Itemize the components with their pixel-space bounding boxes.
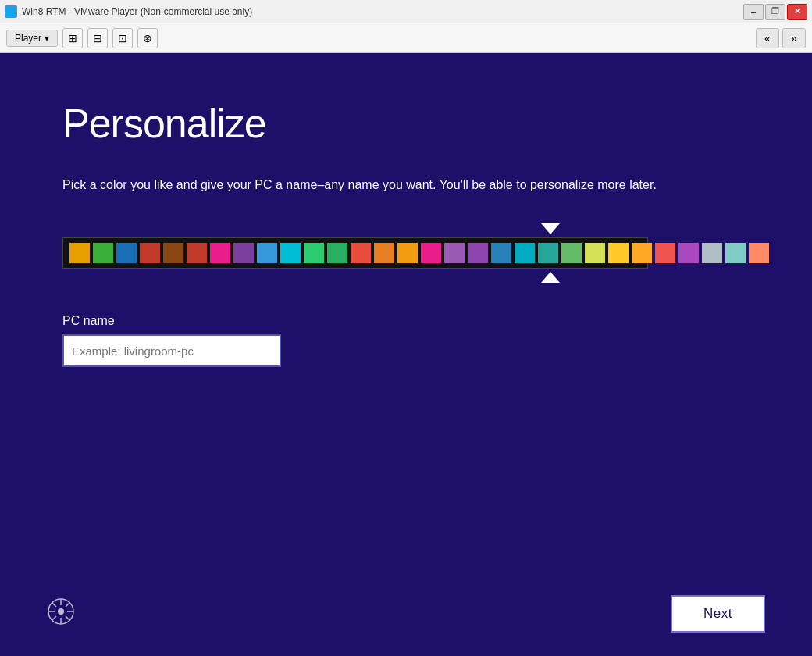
color-picker-container [62, 223, 648, 283]
color-swatch[interactable] [749, 243, 769, 263]
color-swatch[interactable] [210, 243, 230, 263]
color-swatch[interactable] [374, 243, 394, 263]
svg-line-11 [66, 616, 70, 621]
toolbar-icon-4[interactable]: ⊛ [137, 28, 158, 48]
color-swatch[interactable] [444, 243, 465, 263]
color-swatch[interactable] [163, 243, 183, 263]
toolbar-icon-3[interactable]: ⊡ [112, 28, 133, 48]
toolbar-icon-1[interactable]: ⊞ [62, 28, 83, 48]
color-swatch[interactable] [608, 243, 629, 263]
arrow-up-indicator [541, 272, 560, 283]
pc-name-label: PC name [62, 314, 281, 328]
color-swatch[interactable] [655, 243, 675, 263]
color-swatch[interactable] [233, 243, 254, 263]
close-button[interactable]: ✕ [787, 4, 807, 20]
toolbar-right: « » [756, 28, 806, 48]
description-text: Pick a color you like and give your PC a… [62, 178, 657, 192]
color-swatch[interactable] [702, 243, 722, 263]
titlebar-left: Win8 RTM - VMware Player (Non-commercial… [5, 5, 252, 18]
nav-back-button[interactable]: « [756, 28, 779, 48]
svg-rect-2 [6, 12, 11, 16]
color-swatch[interactable] [304, 243, 324, 263]
color-swatch[interactable] [632, 243, 652, 263]
color-swatch[interactable] [69, 243, 90, 263]
svg-line-12 [66, 602, 70, 607]
color-swatch[interactable] [515, 243, 535, 263]
color-swatch[interactable] [327, 243, 347, 263]
color-swatch[interactable] [187, 243, 207, 263]
svg-rect-0 [6, 7, 11, 12]
titlebar-controls: – ❐ ✕ [743, 4, 807, 20]
color-swatch[interactable] [725, 243, 746, 263]
svg-line-10 [52, 602, 57, 607]
svg-rect-1 [12, 7, 16, 12]
next-button[interactable]: Next [671, 595, 765, 633]
color-swatch[interactable] [421, 243, 441, 263]
nav-forward-button[interactable]: » [782, 28, 806, 48]
app-icon [5, 5, 17, 18]
color-swatch[interactable] [678, 243, 699, 263]
bottom-bar: Next [47, 595, 765, 633]
player-label: Player [15, 33, 41, 44]
titlebar: Win8 RTM - VMware Player (Non-commercial… [0, 0, 812, 23]
svg-line-13 [52, 616, 57, 621]
color-swatch[interactable] [116, 243, 137, 263]
svg-point-5 [58, 608, 64, 615]
main-content: Personalize Pick a color you like and gi… [0, 53, 812, 656]
titlebar-title: Win8 RTM - VMware Player (Non-commercial… [22, 6, 252, 17]
color-swatch[interactable] [538, 243, 558, 263]
color-swatch[interactable] [93, 243, 113, 263]
color-swatch[interactable] [585, 243, 605, 263]
toolbar: Player ▾ ⊞ ⊟ ⊡ ⊛ « » [0, 23, 812, 53]
restore-button[interactable]: ❐ [765, 4, 785, 20]
color-swatch[interactable] [561, 243, 582, 263]
color-swatch[interactable] [351, 243, 371, 263]
color-swatch[interactable] [257, 243, 277, 263]
color-strip [62, 237, 648, 269]
windows-logo-icon [47, 597, 75, 631]
arrow-down-indicator [541, 223, 560, 234]
color-swatch[interactable] [468, 243, 488, 263]
toolbar-icon-2[interactable]: ⊟ [87, 28, 108, 48]
color-swatch[interactable] [280, 243, 301, 263]
color-swatch[interactable] [397, 243, 418, 263]
pc-name-input[interactable] [62, 334, 281, 367]
svg-rect-3 [12, 12, 16, 16]
minimize-button[interactable]: – [743, 4, 764, 20]
player-menu-button[interactable]: Player ▾ [6, 30, 58, 47]
pc-name-section: PC name [62, 314, 281, 367]
color-swatch[interactable] [140, 243, 160, 263]
page-title: Personalize [62, 100, 266, 147]
player-dropdown-icon: ▾ [45, 33, 49, 44]
color-swatch[interactable] [491, 243, 511, 263]
